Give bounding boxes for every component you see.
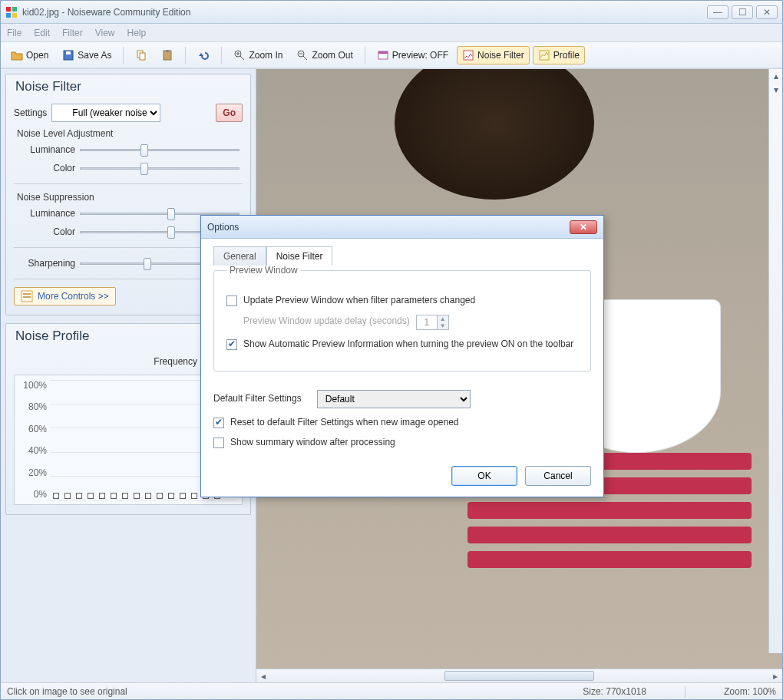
scroll-up-icon[interactable]: ▴: [769, 69, 782, 83]
reset-default-checkbox[interactable]: ✔: [213, 418, 224, 428]
svg-rect-20: [540, 51, 549, 60]
spin-up-icon[interactable]: ▲: [437, 315, 448, 322]
delay-label: Preview Window update delay (seconds): [243, 315, 410, 328]
maximize-button[interactable]: ☐: [732, 5, 753, 19]
svg-rect-26: [23, 293, 31, 295]
zoom-out-label: Zoom Out: [312, 50, 352, 61]
chart-y-axis: 100% 80% 60% 40% 20% 0%: [15, 375, 50, 504]
vertical-scrollbar[interactable]: ▴ ▾: [768, 69, 782, 653]
paste-icon: [161, 49, 173, 61]
delay-input[interactable]: [417, 317, 437, 328]
scroll-right-icon[interactable]: ▸: [768, 669, 782, 682]
show-summary-checkbox[interactable]: [213, 438, 224, 448]
ns-label: Noise Suppression: [17, 192, 243, 203]
more-controls-button[interactable]: More Controls >>: [14, 287, 116, 305]
menu-file[interactable]: File: [7, 28, 21, 38]
toolbar-separator: [365, 47, 365, 64]
status-size: Size: 770x1018: [583, 686, 646, 697]
svg-rect-7: [140, 53, 145, 60]
svg-rect-18: [378, 51, 388, 54]
noise-filter-label: Noise Filter: [477, 50, 524, 61]
svg-rect-2: [6, 13, 11, 18]
menu-filter[interactable]: Filter: [62, 28, 83, 38]
spin-down-icon[interactable]: ▼: [437, 322, 448, 329]
zoom-in-button[interactable]: Zoom In: [228, 46, 288, 64]
menu-help[interactable]: Help: [127, 28, 147, 38]
reset-default-label: Reset to default Filter Settings when ne…: [230, 416, 459, 429]
noise-filter-button[interactable]: Noise Filter: [457, 46, 530, 64]
status-zoom: Zoom: 100%: [724, 686, 776, 697]
profile-label: Profile: [553, 50, 580, 61]
zoom-in-icon: [233, 49, 246, 61]
open-button[interactable]: Open: [5, 46, 54, 64]
dialog-close-button[interactable]: ✕: [570, 220, 597, 234]
scroll-down-icon[interactable]: ▾: [769, 83, 782, 97]
ytick: 60%: [28, 424, 47, 434]
settings-label: Settings: [14, 107, 47, 118]
ns-luminance-label: Luminance: [17, 208, 75, 219]
preview-toggle-button[interactable]: Preview: OFF: [372, 46, 454, 64]
default-settings-label: Default Filter Settings: [213, 392, 302, 405]
ytick: 0%: [34, 489, 47, 500]
noise-filter-icon: [462, 49, 474, 61]
svg-rect-1: [12, 7, 17, 12]
status-hint: Click on image to see original: [7, 686, 127, 697]
window-title: kid02.jpg - Noiseware Community Edition: [22, 7, 190, 18]
ytick: 100%: [23, 380, 47, 391]
ok-button[interactable]: OK: [451, 466, 517, 486]
svg-rect-9: [166, 50, 169, 52]
ytick: 80%: [28, 401, 47, 412]
update-preview-label: Update Preview Window when filter parame…: [243, 294, 475, 307]
show-summary-label: Show summary window after processing: [230, 436, 395, 449]
dialog-titlebar: Options ✕: [201, 216, 603, 239]
default-settings-select[interactable]: Default: [317, 390, 471, 408]
zoom-out-button[interactable]: Zoom Out: [291, 46, 358, 64]
menubar: File Edit Filter View Help: [1, 24, 782, 42]
nla-luminance-slider[interactable]: [80, 142, 240, 157]
svg-line-11: [240, 56, 244, 60]
save-as-button[interactable]: Save As: [57, 46, 117, 64]
svg-rect-27: [23, 296, 31, 298]
horizontal-scrollbar[interactable]: ◂ ▸: [256, 669, 782, 682]
cancel-button[interactable]: Cancel: [525, 466, 591, 486]
workspace: Noise Filter Settings Full (weaker noise…: [1, 68, 782, 682]
copy-button[interactable]: [130, 46, 153, 64]
luminance-label: Luminance: [17, 144, 75, 155]
titlebar: kid02.jpg - Noiseware Community Edition …: [1, 1, 782, 24]
frequency-label: Frequency: [154, 356, 197, 367]
nla-color-slider[interactable]: [80, 160, 240, 176]
color-label: Color: [17, 163, 75, 173]
save-as-label: Save As: [78, 50, 111, 61]
toolbar: Open Save As Zoom In Zoom Out Preview: O…: [1, 42, 782, 68]
menu-edit[interactable]: Edit: [34, 28, 50, 38]
settings-select[interactable]: Full (weaker noise: [51, 104, 160, 122]
open-label: Open: [26, 50, 48, 61]
hscroll-thumb[interactable]: [444, 671, 594, 681]
more-controls-label: More Controls >>: [38, 291, 109, 302]
close-button[interactable]: ✕: [756, 5, 778, 19]
dialog-title-text: Options: [207, 222, 239, 233]
go-button[interactable]: Go: [216, 104, 243, 122]
show-auto-preview-checkbox[interactable]: ✔: [226, 339, 237, 350]
paste-button[interactable]: [156, 46, 179, 64]
floppy-icon: [62, 49, 74, 61]
tab-general[interactable]: General: [213, 246, 266, 266]
preview-window-group: Preview Window Update Preview Window whe…: [213, 265, 591, 371]
app-icon: [5, 6, 18, 18]
minimize-button[interactable]: —: [707, 5, 728, 19]
menu-view[interactable]: View: [95, 28, 115, 38]
show-auto-preview-label: Show Automatic Preview Information when …: [243, 338, 573, 351]
scroll-left-icon[interactable]: ◂: [256, 669, 270, 682]
svg-rect-0: [6, 7, 11, 12]
update-preview-checkbox[interactable]: [226, 296, 237, 306]
toolbar-separator: [185, 47, 186, 64]
statusbar: Click on image to see original Size: 770…: [1, 682, 782, 699]
delay-spinner[interactable]: ▲▼: [416, 315, 449, 330]
svg-rect-5: [66, 51, 71, 54]
profile-button[interactable]: Profile: [533, 46, 585, 64]
tab-noise-filter[interactable]: Noise Filter: [266, 246, 333, 266]
preview-label: Preview: OFF: [392, 50, 448, 61]
ns-color-label: Color: [17, 226, 75, 237]
undo-button[interactable]: [192, 46, 215, 64]
sharpening-label: Sharpening: [17, 258, 75, 269]
